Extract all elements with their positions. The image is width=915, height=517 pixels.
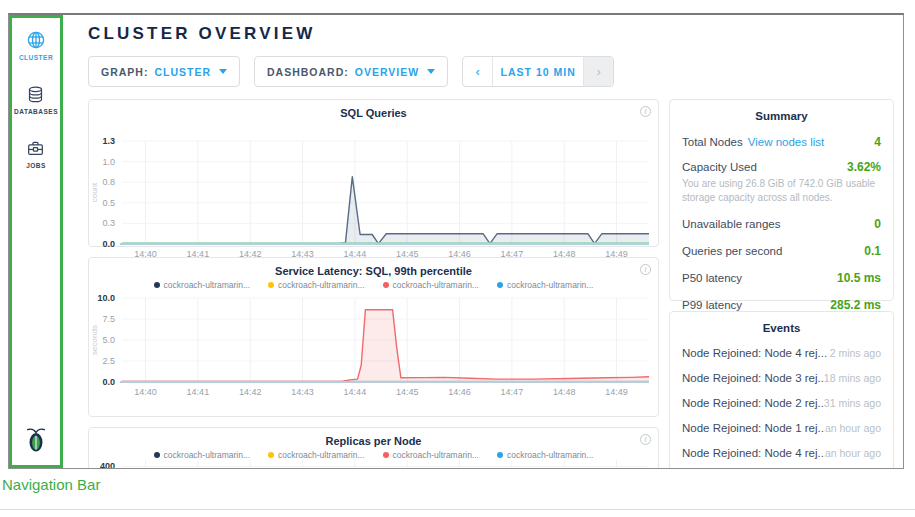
sidebar-item-cluster[interactable]: CLUSTER <box>19 30 53 61</box>
info-icon[interactable] <box>640 434 651 445</box>
event-row: Node Rejoined: Node 3 rej... 18 mins ago <box>682 372 881 384</box>
summary-row-p50: P50 latency 10.5 ms <box>682 271 881 285</box>
sql-queries-chart[interactable]: 14:4014:4114:4214:4314:4414:4514:4614:47… <box>89 119 658 259</box>
time-prev-button[interactable]: ‹ <box>463 57 493 86</box>
svg-text:0.0: 0.0 <box>102 377 115 387</box>
annotation-navigation-bar-label: Navigation Bar <box>2 476 100 493</box>
svg-text:14:44: 14:44 <box>344 387 367 397</box>
sidebar-item-databases[interactable]: DATABASES <box>14 85 58 115</box>
summary-value: 4 <box>874 135 881 149</box>
summary-row-capacity: Capacity Used 3.62% You are using 26.8 G… <box>682 160 881 204</box>
chart-title: Replicas per Node <box>89 428 658 447</box>
event-message: Node Rejoined: Node 3 rej... <box>682 372 824 384</box>
summary-title: Summary <box>682 100 881 122</box>
legend-dot-icon <box>383 452 389 458</box>
graph-dropdown-label: GRAPH: <box>101 66 148 78</box>
svg-text:1.3: 1.3 <box>102 136 115 146</box>
jobs-icon <box>26 139 45 158</box>
caret-down-icon <box>427 69 435 74</box>
info-icon[interactable] <box>640 106 651 117</box>
legend-item: cockroach-ultramarin... <box>154 450 250 460</box>
caret-down-icon <box>219 69 227 74</box>
summary-row-p99: P99 latency 285.2 ms <box>682 298 881 312</box>
event-message: Node Rejoined: Node 2 rej... <box>682 397 824 409</box>
summary-row-total-nodes: Total Nodes View nodes list 4 <box>682 135 881 149</box>
info-icon[interactable] <box>640 264 651 275</box>
legend-dot-icon <box>268 452 274 458</box>
dashboard-dropdown-label: DASHBOARD: <box>267 66 349 78</box>
time-range-label[interactable]: LAST 10 MIN <box>493 57 583 86</box>
events-title: Events <box>682 312 881 334</box>
events-panel: Events Node Rejoined: Node 4 rej... 2 mi… <box>669 311 894 469</box>
summary-value: 10.5 ms <box>837 271 881 285</box>
sidebar-item-label: DATABASES <box>14 108 58 115</box>
summary-value: 285.2 ms <box>830 298 881 312</box>
sidebar-item-label: JOBS <box>26 162 46 169</box>
svg-text:0.3: 0.3 <box>102 218 115 228</box>
dashboard-dropdown-value: OVERVIEW <box>355 66 419 78</box>
svg-text:14:48: 14:48 <box>553 387 576 397</box>
toolbar: GRAPH: CLUSTER DASHBOARD: OVERVIEW ‹ LAS… <box>88 56 903 87</box>
chart-title: Service Latency: SQL, 99th percentile <box>89 258 658 277</box>
capacity-description: You are using 26.8 GiB of 742.0 GiB usab… <box>682 177 881 204</box>
svg-text:0.8: 0.8 <box>102 177 115 187</box>
service-latency-chart-card: Service Latency: SQL, 99th percentile co… <box>88 257 659 417</box>
main-content: CLUSTER OVERVIEW GRAPH: CLUSTER DASHBOAR… <box>63 15 903 468</box>
summary-value: 0.1 <box>864 244 881 258</box>
event-time: an hour ago <box>825 447 881 459</box>
svg-text:5.0: 5.0 <box>102 335 115 345</box>
chart-title: SQL Queries <box>89 100 658 119</box>
svg-text:7.5: 7.5 <box>102 314 115 324</box>
svg-text:14:49: 14:49 <box>605 387 628 397</box>
replicas-per-node-chart[interactable]: 14:4014:4114:4214:4314:4414:4514:4614:47… <box>89 460 658 469</box>
event-message: Node Rejoined: Node 4 rej... <box>682 447 825 459</box>
svg-text:14:47: 14:47 <box>501 387 524 397</box>
legend-item: cockroach-ultramarin... <box>154 280 250 290</box>
cluster-globe-icon <box>26 30 46 50</box>
legend-dot-icon <box>383 282 389 288</box>
event-row: Node Rejoined: Node 4 rej... 2 mins ago <box>682 347 881 359</box>
graph-dropdown-value: CLUSTER <box>154 66 211 78</box>
charts-column: SQL Queries 14:4014:4114:4214:4314:4414:… <box>88 99 659 469</box>
view-nodes-list-link[interactable]: View nodes list <box>748 136 825 148</box>
sidebar-item-label: CLUSTER <box>19 54 53 61</box>
summary-value: 0 <box>874 217 881 231</box>
summary-value: 3.62% <box>847 160 881 174</box>
event-row: Node Rejoined: Node 4 rej... an hour ago <box>682 447 881 459</box>
event-time: 31 mins ago <box>824 397 881 409</box>
legend-dot-icon <box>154 452 160 458</box>
chart-legend: cockroach-ultramarin... cockroach-ultram… <box>89 280 658 290</box>
event-time: 18 mins ago <box>824 372 881 384</box>
navigation-bar: CLUSTER DATABASES <box>9 15 63 468</box>
svg-text:14:41: 14:41 <box>187 387 210 397</box>
cockroach-logo[interactable] <box>24 425 48 457</box>
sidebar-item-jobs[interactable]: JOBS <box>26 139 46 169</box>
time-next-button[interactable]: › <box>583 57 613 86</box>
svg-text:0.0: 0.0 <box>102 239 115 249</box>
event-row: Node Rejoined: Node 2 rej... 31 mins ago <box>682 397 881 409</box>
svg-text:count: count <box>90 182 99 202</box>
summary-row-unavailable-ranges: Unavailable ranges 0 <box>682 217 881 231</box>
legend-dot-icon <box>497 282 503 288</box>
svg-text:1.0: 1.0 <box>102 157 115 167</box>
svg-text:10.0: 10.0 <box>97 293 115 303</box>
bottom-divider <box>0 509 915 510</box>
svg-text:seconds: seconds <box>90 325 99 355</box>
dashboard-dropdown[interactable]: DASHBOARD: OVERVIEW <box>254 56 448 87</box>
page-title: CLUSTER OVERVIEW <box>88 24 903 44</box>
graph-dropdown[interactable]: GRAPH: CLUSTER <box>88 56 240 87</box>
service-latency-chart[interactable]: 14:4014:4114:4214:4314:4414:4514:4614:47… <box>89 290 658 425</box>
event-message: Node Rejoined: Node 4 rej... <box>682 347 827 359</box>
legend-item: cockroach-ultramarin... <box>268 280 364 290</box>
legend-dot-icon <box>154 282 160 288</box>
event-message: Node Rejoined: Node 1 rej... <box>682 422 825 434</box>
chart-legend: cockroach-ultramarin... cockroach-ultram… <box>89 450 658 460</box>
replicas-per-node-chart-card: Replicas per Node cockroach-ultramarin..… <box>88 427 659 469</box>
legend-item: cockroach-ultramarin... <box>497 280 593 290</box>
content-row: SQL Queries 14:4014:4114:4214:4314:4414:… <box>88 99 903 469</box>
legend-dot-icon <box>497 452 503 458</box>
svg-text:0.5: 0.5 <box>102 198 115 208</box>
svg-text:2.5: 2.5 <box>102 356 115 366</box>
svg-text:14:43: 14:43 <box>291 387 314 397</box>
event-time: an hour ago <box>825 422 881 434</box>
